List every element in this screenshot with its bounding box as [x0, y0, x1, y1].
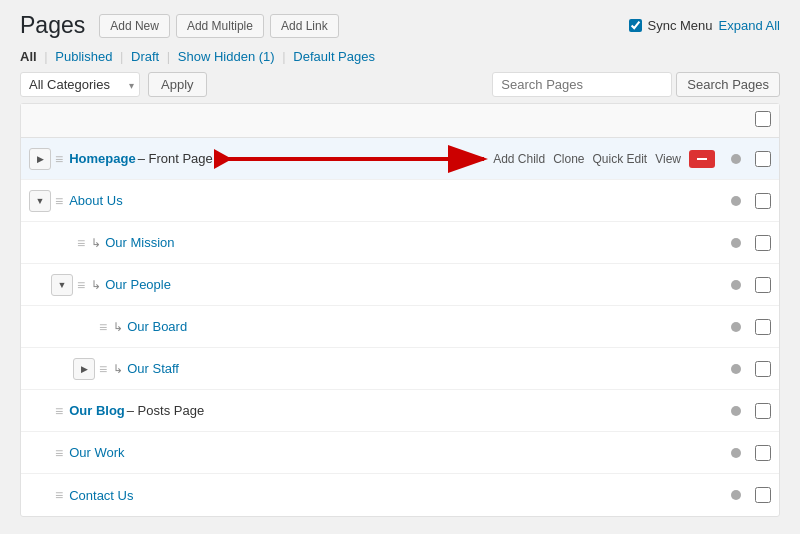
page-label-wrap-contact-us: Contact Us: [69, 488, 133, 503]
drag-handle-our-board[interactable]: ≡: [99, 319, 107, 335]
delete-button-homepage[interactable]: [689, 150, 715, 168]
drag-handle-our-work[interactable]: ≡: [55, 445, 63, 461]
page-link-our-people[interactable]: Our People: [105, 277, 171, 292]
filter-default-pages[interactable]: Default Pages: [293, 49, 375, 64]
clone-link-homepage[interactable]: Clone: [553, 152, 584, 166]
table-row: ≡ Our Work: [21, 432, 779, 474]
table-row: ≡ Our Blog – Posts Page: [21, 390, 779, 432]
quick-edit-link-homepage[interactable]: Quick Edit: [593, 152, 648, 166]
add-child-link-homepage[interactable]: Add Child: [493, 152, 545, 166]
table-row: ▼ ≡ ↳Our People: [21, 264, 779, 306]
status-dot-our-board: [731, 322, 741, 332]
drag-handle-about-us[interactable]: ≡: [55, 193, 63, 209]
page-label-wrap-our-work: Our Work: [69, 445, 124, 460]
filter-published[interactable]: Published: [55, 49, 112, 64]
child-arrow-icon: ↳: [91, 236, 101, 250]
table-header: [21, 104, 779, 138]
child-arrow-icon: ↳: [113, 362, 123, 376]
category-select[interactable]: All Categories: [20, 72, 140, 97]
table-row: ≡ Contact Us: [21, 474, 779, 516]
row-actions-homepage: Add Child Clone Quick Edit View: [493, 150, 715, 168]
child-arrow-icon: ↳: [113, 320, 123, 334]
row-toggle-our-people[interactable]: ▼: [51, 274, 73, 296]
expand-all-button[interactable]: Expand All: [719, 18, 780, 33]
table-body: ▶ ≡ Homepage – Front Page Add Child Clon…: [21, 138, 779, 516]
page-label-wrap-homepage: Homepage – Front Page: [69, 151, 213, 166]
drag-handle-homepage[interactable]: ≡: [55, 151, 63, 167]
table-row: ▶ ≡ Homepage – Front Page Add Child Clon…: [21, 138, 779, 180]
tablenav: All Categories ▾ Apply Search Pages: [20, 72, 780, 97]
page-title: Pages: [20, 12, 85, 39]
status-dot-contact-us: [731, 490, 741, 500]
status-dot-our-work: [731, 448, 741, 458]
page-link-about-us[interactable]: About Us: [69, 193, 122, 208]
page-link-our-staff[interactable]: Our Staff: [127, 361, 179, 376]
row-checkbox-about-us[interactable]: [755, 193, 771, 209]
status-dot-homepage: [731, 154, 741, 164]
filter-nav: All | Published | Draft | Show Hidden (1…: [20, 49, 780, 64]
table-row: ≡ ↳Our Mission: [21, 222, 779, 264]
page-link-contact-us[interactable]: Contact Us: [69, 488, 133, 503]
page-label-wrap-our-people: ↳Our People: [91, 277, 171, 292]
view-link-homepage[interactable]: View: [655, 152, 681, 166]
page-suffix-our-blog: – Posts Page: [127, 403, 204, 418]
row-checkbox-our-blog[interactable]: [755, 403, 771, 419]
pages-table: ▶ ≡ Homepage – Front Page Add Child Clon…: [20, 103, 780, 517]
row-toggle-homepage[interactable]: ▶: [29, 148, 51, 170]
drag-handle-our-blog[interactable]: ≡: [55, 403, 63, 419]
row-checkbox-our-staff[interactable]: [755, 361, 771, 377]
page-link-our-blog[interactable]: Our Blog: [69, 403, 125, 418]
table-row: ▶ ≡ ↳Our Staff: [21, 348, 779, 390]
row-checkbox-homepage[interactable]: [755, 151, 771, 167]
child-arrow-icon: ↳: [91, 278, 101, 292]
page-link-our-board[interactable]: Our Board: [127, 319, 187, 334]
page-label-wrap-about-us: About Us: [69, 193, 122, 208]
page-link-our-work[interactable]: Our Work: [69, 445, 124, 460]
status-dot-about-us: [731, 196, 741, 206]
filter-all[interactable]: All: [20, 49, 37, 64]
row-checkbox-our-board[interactable]: [755, 319, 771, 335]
apply-button[interactable]: Apply: [148, 72, 207, 97]
table-row: ▼ ≡ About Us: [21, 180, 779, 222]
search-pages-button[interactable]: Search Pages: [676, 72, 780, 97]
add-link-button[interactable]: Add Link: [270, 14, 339, 38]
sync-menu-checkbox[interactable]: [629, 19, 642, 32]
drag-handle-contact-us[interactable]: ≡: [55, 487, 63, 503]
row-checkbox-our-people[interactable]: [755, 277, 771, 293]
page-label-wrap-our-staff: ↳Our Staff: [113, 361, 179, 376]
row-toggle-our-staff[interactable]: ▶: [73, 358, 95, 380]
select-all-checkbox[interactable]: [755, 111, 771, 127]
table-row: ≡ ↳Our Board: [21, 306, 779, 348]
add-new-button[interactable]: Add New: [99, 14, 170, 38]
row-toggle-about-us[interactable]: ▼: [29, 190, 51, 212]
filter-show-hidden[interactable]: Show Hidden (1): [178, 49, 275, 64]
page-label-wrap-our-board: ↳Our Board: [113, 319, 187, 334]
row-checkbox-our-mission[interactable]: [755, 235, 771, 251]
status-dot-our-people: [731, 280, 741, 290]
status-dot-our-staff: [731, 364, 741, 374]
filter-draft[interactable]: Draft: [131, 49, 159, 64]
page-link-our-mission[interactable]: Our Mission: [105, 235, 174, 250]
page-label-wrap-our-mission: ↳Our Mission: [91, 235, 174, 250]
page-suffix-homepage: – Front Page: [138, 151, 213, 166]
drag-handle-our-staff[interactable]: ≡: [99, 361, 107, 377]
add-multiple-button[interactable]: Add Multiple: [176, 14, 264, 38]
search-input[interactable]: [492, 72, 672, 97]
drag-handle-our-mission[interactable]: ≡: [77, 235, 85, 251]
svg-rect-3: [697, 158, 707, 160]
status-dot-our-blog: [731, 406, 741, 416]
status-dot-our-mission: [731, 238, 741, 248]
row-checkbox-our-work[interactable]: [755, 445, 771, 461]
page-label-wrap-our-blog: Our Blog – Posts Page: [69, 403, 204, 418]
sync-menu-label: Sync Menu: [648, 18, 713, 33]
page-link-homepage[interactable]: Homepage: [69, 151, 135, 166]
category-select-wrapper: All Categories ▾: [20, 72, 140, 97]
row-checkbox-contact-us[interactable]: [755, 487, 771, 503]
drag-handle-our-people[interactable]: ≡: [77, 277, 85, 293]
search-area: Search Pages: [492, 72, 780, 97]
